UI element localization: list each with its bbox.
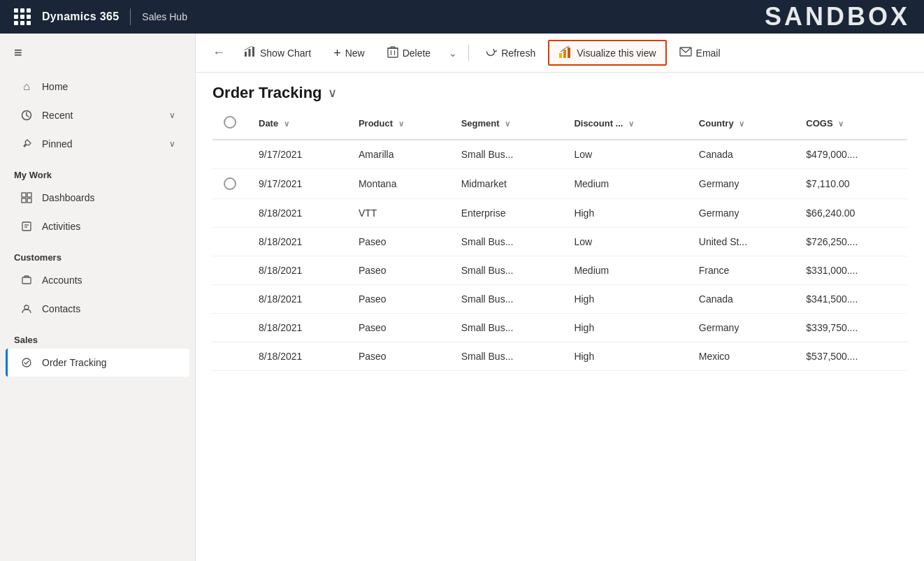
recent-icon bbox=[20, 108, 34, 122]
visualize-icon bbox=[558, 45, 572, 61]
top-navigation: Dynamics 365 Sales Hub SANDBOX bbox=[0, 0, 924, 34]
sidebar-item-recent-label: Recent bbox=[42, 110, 73, 121]
row-checkbox-cell[interactable] bbox=[212, 342, 247, 371]
cell-country: United St... bbox=[688, 228, 795, 256]
cell-cogs: $339,750.... bbox=[795, 314, 907, 342]
table-row[interactable]: 8/18/2021PaseoSmall Bus...LowUnited St..… bbox=[212, 228, 907, 256]
cell-segment: Small Bus... bbox=[450, 314, 563, 342]
new-button[interactable]: + New bbox=[324, 43, 375, 64]
visualize-button[interactable]: Visualize this view bbox=[548, 40, 666, 66]
page-header: Order Tracking ∨ bbox=[196, 73, 924, 108]
accounts-icon bbox=[20, 273, 34, 287]
dashboards-icon bbox=[20, 191, 34, 205]
sidebar-item-activities-label: Activities bbox=[42, 221, 80, 232]
cell-segment: Small Bus... bbox=[450, 342, 563, 371]
hamburger-icon: ≡ bbox=[14, 45, 22, 60]
row-select-checkbox[interactable] bbox=[224, 177, 236, 190]
sidebar-item-activities[interactable]: Activities bbox=[6, 212, 189, 240]
delete-icon bbox=[387, 45, 398, 60]
cell-cogs: $7,110.00 bbox=[795, 169, 907, 199]
page-title-chevron-icon[interactable]: ∨ bbox=[328, 85, 337, 101]
table-row[interactable]: 9/17/2021MontanaMidmarketMediumGermany$7… bbox=[212, 169, 907, 199]
row-checkbox-cell[interactable] bbox=[212, 256, 247, 285]
cell-date: 8/18/2021 bbox=[247, 285, 347, 314]
app-title: Dynamics 365 bbox=[42, 10, 119, 23]
cell-cogs: $537,500.... bbox=[795, 342, 907, 371]
cell-country: Mexico bbox=[688, 342, 795, 371]
svg-rect-5 bbox=[22, 222, 31, 231]
more-actions-button[interactable]: ⌄ bbox=[443, 43, 463, 63]
svg-rect-23 bbox=[568, 48, 570, 58]
sidebar-item-contacts[interactable]: Contacts bbox=[6, 295, 189, 323]
app-launcher-button[interactable] bbox=[11, 6, 34, 28]
cell-discount: Medium bbox=[563, 169, 687, 199]
cell-product: Montana bbox=[347, 169, 450, 199]
col-country-label: Country bbox=[699, 118, 734, 129]
svg-point-10 bbox=[22, 358, 31, 367]
cell-country: Germany bbox=[688, 314, 795, 342]
page-title: Order Tracking bbox=[212, 84, 322, 102]
new-icon: + bbox=[333, 47, 341, 59]
col-header-segment[interactable]: Segment ∨ bbox=[450, 108, 563, 140]
cell-country: Canada bbox=[688, 140, 795, 169]
table-container: Date ∨ Product ∨ Segment ∨ Discount .. bbox=[196, 108, 924, 561]
svg-rect-14 bbox=[388, 48, 398, 57]
back-button[interactable]: ← bbox=[207, 43, 231, 63]
sidebar-item-pinned[interactable]: Pinned ∨ bbox=[6, 130, 189, 158]
row-checkbox-cell[interactable] bbox=[212, 199, 247, 228]
col-header-product[interactable]: Product ∨ bbox=[347, 108, 450, 140]
refresh-icon bbox=[484, 45, 497, 60]
select-all-checkbox[interactable] bbox=[224, 116, 236, 129]
sidebar-item-home[interactable]: ⌂ Home bbox=[6, 73, 189, 101]
hamburger-button[interactable]: ≡ bbox=[0, 39, 195, 72]
table-row[interactable]: 8/18/2021PaseoSmall Bus...MediumFrance$3… bbox=[212, 256, 907, 285]
refresh-button[interactable]: Refresh bbox=[475, 41, 545, 64]
row-checkbox-cell[interactable] bbox=[212, 285, 247, 314]
show-chart-label: Show Chart bbox=[260, 48, 311, 59]
sidebar-item-dashboards[interactable]: Dashboards bbox=[6, 184, 189, 212]
row-checkbox-cell[interactable] bbox=[212, 314, 247, 342]
cell-country: Germany bbox=[688, 199, 795, 228]
sidebar-item-pinned-label: Pinned bbox=[42, 138, 73, 150]
email-button[interactable]: Email bbox=[670, 43, 730, 63]
table-row[interactable]: 8/18/2021PaseoSmall Bus...HighGermany$33… bbox=[212, 314, 907, 342]
col-product-label: Product bbox=[359, 118, 393, 129]
row-checkbox-cell[interactable] bbox=[212, 169, 247, 199]
col-header-country[interactable]: Country ∨ bbox=[688, 108, 795, 140]
col-header-discount[interactable]: Discount ... ∨ bbox=[563, 108, 687, 140]
content-area: ← Show Chart + New Delete ⌄ bbox=[196, 34, 924, 561]
table-row[interactable]: 8/18/2021VTTEnterpriseHighGermany$66,240… bbox=[212, 199, 907, 228]
col-date-sort-icon: ∨ bbox=[284, 119, 289, 128]
svg-rect-2 bbox=[27, 193, 31, 197]
cell-country: France bbox=[688, 256, 795, 285]
table-row[interactable]: 9/17/2021AmarillaSmall Bus...LowCanada$4… bbox=[212, 140, 907, 169]
row-checkbox-cell[interactable] bbox=[212, 228, 247, 256]
sidebar-item-order-tracking[interactable]: Order Tracking bbox=[6, 349, 189, 377]
contacts-icon bbox=[20, 302, 34, 316]
cell-product: Paseo bbox=[347, 342, 450, 371]
header-checkbox-cell[interactable] bbox=[212, 108, 247, 140]
col-header-cogs[interactable]: COGS ∨ bbox=[795, 108, 907, 140]
cell-segment: Small Bus... bbox=[450, 256, 563, 285]
col-product-sort-icon: ∨ bbox=[398, 119, 404, 128]
cell-date: 9/17/2021 bbox=[247, 169, 347, 199]
main-layout: ≡ ⌂ Home Recent ∨ Pinned ∨ My Work bbox=[0, 34, 924, 561]
cell-discount: Low bbox=[563, 140, 687, 169]
delete-button[interactable]: Delete bbox=[377, 41, 440, 64]
svg-rect-11 bbox=[245, 52, 247, 57]
table-body: 9/17/2021AmarillaSmall Bus...LowCanada$4… bbox=[212, 140, 907, 371]
table-row[interactable]: 8/18/2021PaseoSmall Bus...HighCanada$341… bbox=[212, 285, 907, 314]
sandbox-label: SANDBOX bbox=[765, 2, 910, 31]
col-discount-sort-icon: ∨ bbox=[628, 119, 634, 128]
svg-rect-13 bbox=[252, 47, 254, 57]
row-checkbox-cell[interactable] bbox=[212, 140, 247, 169]
show-chart-button[interactable]: Show Chart bbox=[233, 41, 321, 64]
sidebar-item-recent[interactable]: Recent ∨ bbox=[6, 101, 189, 129]
col-header-date[interactable]: Date ∨ bbox=[247, 108, 347, 140]
sidebar-item-accounts[interactable]: Accounts bbox=[6, 266, 189, 294]
sidebar-item-accounts-label: Accounts bbox=[42, 275, 82, 286]
visualize-label: Visualize this view bbox=[577, 48, 656, 59]
cell-discount: Low bbox=[563, 228, 687, 256]
cell-date: 8/18/2021 bbox=[247, 228, 347, 256]
table-row[interactable]: 8/18/2021PaseoSmall Bus...HighMexico$537… bbox=[212, 342, 907, 371]
